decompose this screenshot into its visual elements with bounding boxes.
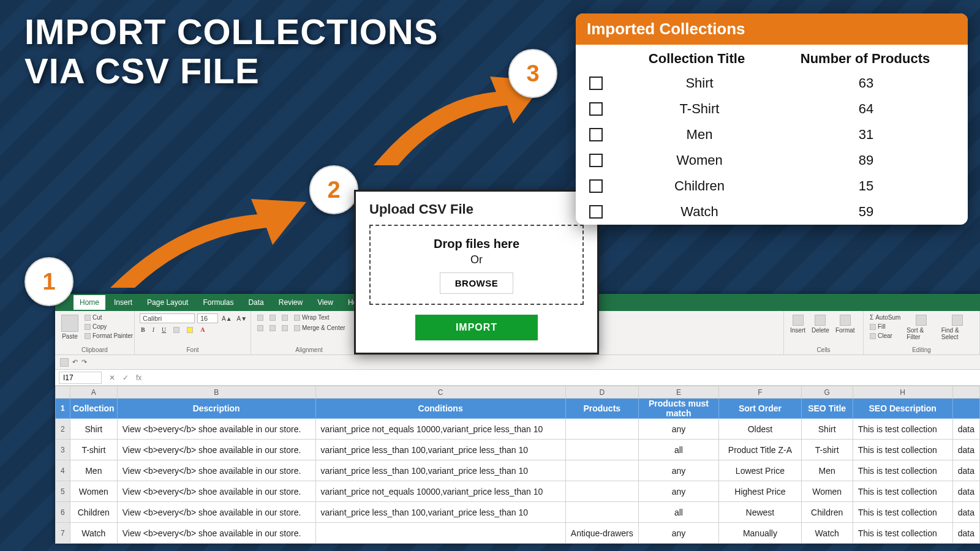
cell[interactable]: Newest [719, 502, 802, 523]
col-header[interactable]: D [565, 386, 638, 399]
cell[interactable]: variant_price not_equals 10000,variant_p… [315, 481, 565, 502]
enter-formula-icon[interactable]: ✓ [119, 373, 132, 382]
underline-button[interactable]: U [160, 326, 167, 334]
cell[interactable]: Lowest Price [719, 460, 802, 481]
collection-checkbox[interactable] [589, 154, 603, 167]
bold-button[interactable]: B [140, 326, 146, 334]
cell[interactable]: Manually [719, 523, 802, 544]
cell[interactable]: variant_price not_equals 10000,variant_p… [315, 419, 565, 440]
cancel-formula-icon[interactable]: ✕ [105, 373, 119, 382]
cell[interactable] [315, 523, 565, 544]
row-header[interactable]: 5 [56, 481, 70, 502]
undo-button[interactable]: ↶ [72, 358, 78, 366]
ribbon-tab-view[interactable]: View [311, 295, 339, 310]
ribbon-tab-review[interactable]: Review [273, 295, 309, 310]
cell[interactable]: This is test collection [853, 460, 952, 481]
cell[interactable]: data [952, 523, 979, 544]
decrease-font-button[interactable]: A▼ [236, 313, 249, 323]
cell[interactable]: Children [801, 502, 853, 523]
header-cell[interactable]: SEO Description [853, 399, 952, 419]
cell[interactable]: T-shirt [801, 440, 853, 460]
cell[interactable]: Watch [801, 523, 853, 544]
collection-checkbox[interactable] [589, 102, 603, 116]
header-cell[interactable]: Description [117, 399, 315, 419]
cell[interactable]: View <b>every</b> shoe available in our … [117, 502, 315, 523]
cell[interactable]: any [638, 523, 718, 544]
formula-input[interactable] [145, 372, 980, 383]
row-header[interactable]: 3 [56, 440, 70, 460]
border-button[interactable] [172, 326, 181, 334]
cell[interactable] [565, 419, 638, 440]
delete-cells-button[interactable]: Delete [810, 313, 831, 335]
col-header[interactable]: G [801, 386, 853, 399]
col-header[interactable]: A [70, 386, 117, 399]
header-cell[interactable]: Products must match [638, 399, 718, 419]
cell[interactable] [565, 481, 638, 502]
row-header[interactable]: 1 [56, 399, 70, 419]
cell[interactable]: Watch [70, 523, 117, 544]
name-box[interactable] [59, 372, 102, 384]
cell[interactable]: variant_price less_than 100,variant_pric… [315, 460, 565, 481]
cell[interactable]: T-shirt [70, 440, 117, 460]
row-header[interactable]: 7 [56, 523, 70, 544]
table-row[interactable]: 5WomenView <b>every</b> shoe available i… [56, 481, 980, 502]
cell[interactable]: data [952, 502, 979, 523]
cut-button[interactable]: Cut [83, 313, 134, 321]
cell[interactable] [565, 502, 638, 523]
cell[interactable]: Product Title Z-A [719, 440, 802, 460]
collection-checkbox[interactable] [589, 128, 603, 141]
header-cell[interactable] [952, 399, 979, 419]
cell[interactable]: all [638, 440, 718, 460]
row-header[interactable]: 6 [56, 502, 70, 523]
browse-button[interactable]: BROWSE [440, 272, 514, 294]
cell[interactable] [565, 440, 638, 460]
col-header[interactable]: B [117, 386, 315, 399]
col-header[interactable]: E [638, 386, 718, 399]
cell[interactable]: This is test collection [853, 523, 952, 544]
cell[interactable]: variant_price less_than 100,variant_pric… [315, 440, 565, 460]
format-painter-button[interactable]: Format Painter [83, 332, 134, 340]
cell[interactable]: any [638, 481, 718, 502]
col-header[interactable]: F [719, 386, 802, 399]
sort-filter-button[interactable]: Sort & Filter [905, 313, 936, 342]
cell[interactable]: This is test collection [853, 481, 952, 502]
fx-icon[interactable]: fx [132, 373, 145, 382]
fill-color-button[interactable] [186, 326, 194, 334]
align-center-button[interactable] [268, 324, 277, 332]
cell[interactable]: Oldest [719, 419, 802, 440]
cell[interactable]: This is test collection [853, 419, 952, 440]
header-cell[interactable]: Sort Order [719, 399, 802, 419]
file-dropzone[interactable]: Drop files here Or BROWSE [369, 225, 584, 305]
align-bottom-button[interactable] [281, 313, 289, 321]
cell[interactable]: data [952, 460, 979, 481]
ribbon-tab-data[interactable]: Data [242, 295, 270, 310]
increase-font-button[interactable]: A▲ [221, 313, 233, 323]
col-header[interactable]: H [853, 386, 952, 399]
cell[interactable]: View <b>every</b> shoe available in our … [117, 440, 315, 460]
cell[interactable]: Shirt [801, 419, 853, 440]
table-row[interactable]: 7WatchView <b>every</b> shoe available i… [56, 523, 980, 544]
ribbon-tab-insert[interactable]: Insert [108, 295, 138, 310]
format-cells-button[interactable]: Format [834, 313, 856, 335]
cell[interactable]: Women [801, 481, 853, 502]
ribbon-tab-home[interactable]: Home [74, 295, 105, 310]
cell[interactable]: Antique-drawers [565, 523, 638, 544]
paste-button[interactable]: Paste [60, 313, 80, 341]
align-top-button[interactable] [256, 313, 265, 321]
align-middle-button[interactable] [268, 313, 277, 321]
align-right-button[interactable] [281, 324, 289, 332]
cell[interactable]: data [952, 419, 979, 440]
import-button[interactable]: IMPORT [415, 315, 538, 340]
header-cell[interactable]: SEO Title [801, 399, 853, 419]
collection-checkbox[interactable] [589, 205, 603, 219]
cell[interactable]: Women [70, 481, 117, 502]
cell[interactable]: Highest Price [719, 481, 802, 502]
cell[interactable] [565, 460, 638, 481]
cell[interactable]: any [638, 419, 718, 440]
table-row[interactable]: 6ChildrenView <b>every</b> shoe availabl… [56, 502, 980, 523]
collection-checkbox[interactable] [589, 77, 603, 90]
cell[interactable]: Children [70, 502, 117, 523]
row-header[interactable]: 4 [56, 460, 70, 481]
save-icon[interactable] [60, 358, 69, 367]
cell[interactable]: variant_price less_than 100,variant_pric… [315, 502, 565, 523]
